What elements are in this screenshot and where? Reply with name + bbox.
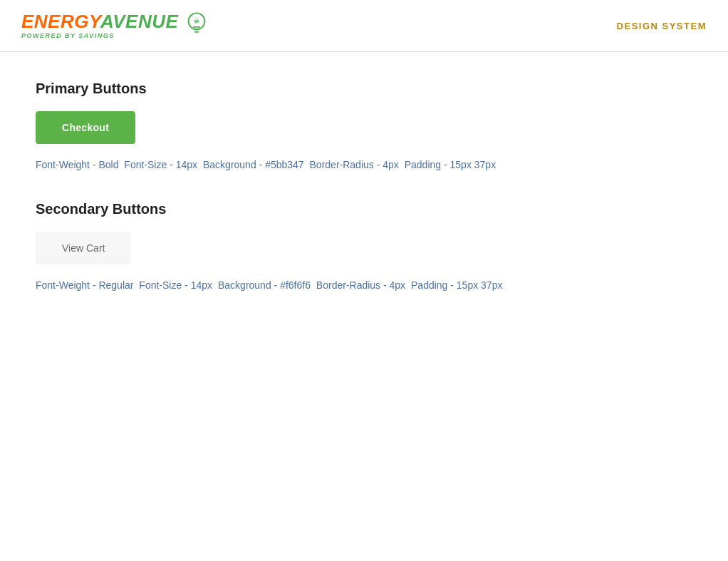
secondary-button-specs: Font-Weight - Regular Font-Size - 14px B… [36, 277, 692, 293]
view-cart-button[interactable]: View Cart [36, 232, 131, 264]
logo-text: ENERGYAVENUE POWERED BY SAVINGS [21, 11, 178, 40]
main-content: Primary Buttons Checkout Font-Weight - B… [0, 52, 728, 351]
checkout-button[interactable]: Checkout [36, 111, 135, 144]
primary-background-spec: Background - #5bb347 [203, 159, 304, 170]
nav-design-system-label[interactable]: DESIGN SYSTEM [617, 21, 707, 31]
secondary-buttons-title: Secondary Buttons [36, 201, 692, 217]
primary-button-specs: Font-Weight - Bold Font-Size - 14px Back… [36, 157, 692, 173]
primary-font-size-spec: Font-Size - 14px [124, 159, 197, 170]
lightbulb-icon [184, 10, 209, 41]
secondary-padding-spec: Padding - 15px 37px [411, 279, 502, 291]
primary-font-weight-spec: Font-Weight - Bold [36, 159, 118, 170]
primary-buttons-title: Primary Buttons [36, 81, 692, 97]
secondary-font-size-spec: Font-Size - 14px [139, 279, 212, 291]
secondary-buttons-section: Secondary Buttons View Cart Font-Weight … [36, 201, 692, 293]
primary-buttons-section: Primary Buttons Checkout Font-Weight - B… [36, 81, 692, 173]
primary-border-radius-spec: Border-Radius - 4px [310, 159, 399, 170]
secondary-background-spec: Background - #f6f6f6 [218, 279, 311, 291]
primary-padding-spec: Padding - 15px 37px [405, 159, 496, 170]
secondary-font-weight-spec: Font-Weight - Regular [36, 279, 133, 291]
logo-avenue-part: AVENUE [100, 11, 178, 32]
logo-wordmark: ENERGYAVENUE [21, 11, 178, 32]
header: ENERGYAVENUE POWERED BY SAVINGS DESIGN S… [0, 0, 728, 52]
secondary-border-radius-spec: Border-Radius - 4px [316, 279, 405, 291]
main-nav: DESIGN SYSTEM [617, 19, 707, 32]
logo-tagline: POWERED BY SAVINGS [21, 33, 178, 40]
logo-energy-part: ENERGY [21, 11, 100, 32]
logo-container: ENERGYAVENUE POWERED BY SAVINGS [21, 10, 209, 41]
